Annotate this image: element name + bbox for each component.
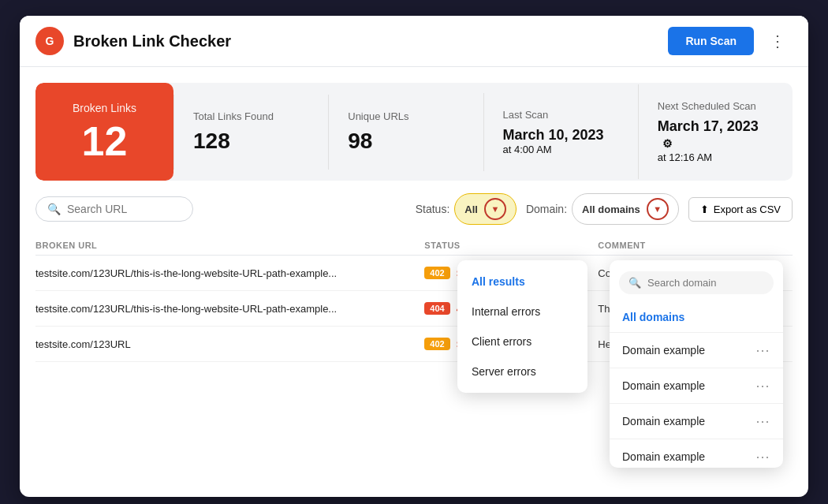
export-label: Export as CSV (714, 203, 781, 215)
domain-more-button[interactable]: ⋯ (755, 413, 770, 430)
last-scan-date: March 10, 2023 (503, 127, 619, 144)
domain-option-1[interactable]: Domain example ⋯ (610, 332, 783, 368)
broken-links-label: Broken Links (73, 102, 136, 114)
domain-label: Domain: (526, 203, 567, 215)
domain-option-4[interactable]: Domain example ⋯ (610, 439, 783, 468)
export-icon: ⬆ (700, 203, 709, 215)
status-label: Status: (416, 203, 450, 215)
unique-urls-stat: Unique URLs 98 (328, 95, 483, 170)
domain-more-button[interactable]: ⋯ (755, 377, 770, 394)
next-scan-stat: Next Scheduled Scan March 17, 2023 ⚙ at … (638, 84, 793, 179)
unique-urls-value: 98 (348, 129, 464, 154)
domain-filter-group: Domain: All domains (526, 193, 679, 225)
domain-search-icon: 🔍 (628, 277, 641, 289)
status-option-server[interactable]: Server errors (457, 357, 587, 386)
broken-url-cell: testsite.com/123URL/this-is-the-long-web… (35, 267, 424, 279)
total-links-value: 128 (193, 129, 309, 154)
filters-row: 🔍 Status: All Domain: All domains ⬆ Expo… (20, 193, 808, 234)
next-scan-label: Next Scheduled Scan (658, 100, 774, 112)
more-options-button[interactable]: ⋮ (763, 28, 793, 54)
search-icon: 🔍 (47, 203, 61, 215)
status-option-all[interactable]: All results (457, 267, 587, 297)
broken-url-cell: testsite.com/123URL/this-is-the-long-web… (35, 303, 424, 315)
status-dropdown-menu: All results Internal errors Client error… (457, 260, 587, 393)
total-links-label: Total Links Found (193, 110, 309, 122)
app-window: G Broken Link Checker Run Scan ⋮ Broken … (20, 16, 808, 497)
search-url-input[interactable] (67, 203, 181, 215)
status-dropdown-trigger[interactable]: All (454, 193, 517, 225)
domain-more-button[interactable]: ⋯ (755, 448, 770, 465)
status-filter-group: Status: All (416, 193, 517, 225)
total-links-stat: Total Links Found 128 (173, 95, 328, 170)
domain-option-3[interactable]: Domain example ⋯ (610, 403, 783, 439)
broken-links-card: Broken Links 12 (35, 83, 173, 181)
col-status: STATUS (424, 241, 598, 250)
header: G Broken Link Checker Run Scan ⋮ (20, 16, 808, 67)
broken-url-cell: testsite.com/123URL (35, 338, 424, 350)
domain-dropdown-trigger[interactable]: All domains (572, 193, 679, 225)
page-title: Broken Link Checker (73, 32, 668, 50)
status-option-client[interactable]: Client errors (457, 327, 587, 357)
domain-list: All domains Domain example ⋯ Domain exam… (610, 302, 783, 468)
status-chevron-icon (484, 198, 506, 220)
unique-urls-label: Unique URLs (348, 110, 464, 122)
stats-bar: Broken Links 12 Total Links Found 128 Un… (35, 83, 793, 181)
domain-value: All domains (582, 203, 640, 215)
domain-more-button[interactable]: ⋯ (755, 342, 770, 359)
search-url-input-wrap[interactable]: 🔍 (35, 196, 193, 222)
run-scan-button[interactable]: Run Scan (668, 27, 754, 55)
domain-search-wrap[interactable]: 🔍 (619, 271, 774, 294)
stats-items: Total Links Found 128 Unique URLs 98 Las… (173, 83, 793, 181)
last-scan-time: at 4:00 AM (503, 144, 619, 155)
table-header: BROKEN URL STATUS COMMENT (35, 234, 793, 256)
domain-dropdown-menu: 🔍 All domains Domain example ⋯ Domain ex… (610, 260, 783, 468)
status-option-internal[interactable]: Internal errors (457, 297, 587, 327)
col-broken-url: BROKEN URL (35, 241, 424, 250)
app-logo: G (35, 27, 64, 55)
next-scan-date: March 17, 2023 ⚙ (658, 118, 774, 151)
status-badge: 402 (424, 267, 449, 279)
gear-icon[interactable]: ⚙ (662, 137, 673, 150)
col-comment: COMMENT (598, 241, 793, 250)
next-scan-time: at 12:16 AM (658, 151, 774, 163)
domain-option-2[interactable]: Domain example ⋯ (610, 368, 783, 403)
status-badge: 402 (424, 338, 449, 350)
export-csv-button[interactable]: ⬆ Export as CSV (688, 197, 793, 222)
status-value: All (464, 203, 478, 215)
broken-links-count: 12 (82, 121, 128, 162)
domain-option-all[interactable]: All domains (610, 302, 783, 332)
status-badge: 404 (424, 302, 449, 315)
domain-chevron-icon (647, 198, 669, 220)
last-scan-stat: Last Scan March 10, 2023 at 4:00 AM (483, 93, 638, 171)
last-scan-label: Last Scan (503, 109, 619, 121)
domain-search-input[interactable] (647, 277, 764, 289)
